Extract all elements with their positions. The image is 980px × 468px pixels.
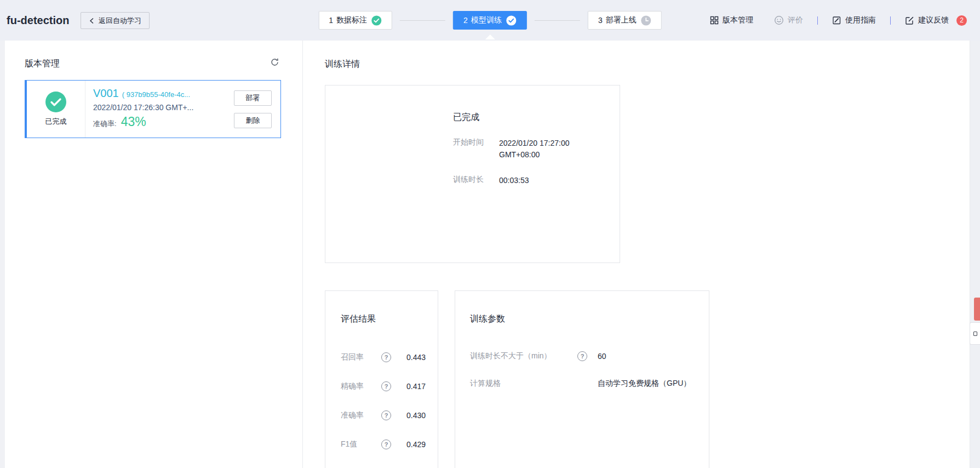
step-number: 3 — [598, 16, 603, 25]
check-circle-icon — [506, 15, 517, 26]
user-guide-link[interactable]: 使用指南 — [832, 15, 876, 25]
training-params-title: 训练参数 — [470, 313, 505, 325]
step-label: 模型训练 — [471, 15, 502, 25]
step-label: 部署上线 — [606, 15, 637, 25]
feedback-side-tab[interactable] — [974, 298, 980, 321]
deploy-button[interactable]: 部署 — [234, 90, 272, 106]
training-status: 已完成 — [453, 112, 569, 123]
success-check-icon — [45, 92, 66, 112]
metric-label: 召回率 — [341, 352, 381, 362]
metric-value: 0.443 — [406, 353, 426, 362]
start-time-value: 2022/01/20 17:27:00 GMT+08:00 — [499, 138, 569, 161]
feedback-count-badge: 2 — [956, 15, 967, 26]
feedback-link[interactable]: 建议反馈 2 — [905, 15, 967, 26]
chevron-left-icon — [89, 18, 95, 24]
step-deploy[interactable]: 3 部署上线 — [588, 11, 662, 30]
step-number: 1 — [329, 16, 333, 25]
rate-link[interactable]: 评价 — [774, 15, 803, 25]
metric-label: 准确率 — [341, 410, 381, 420]
metric-label: F1值 — [341, 440, 381, 449]
param-label: 训练时长不大于（min） — [470, 351, 577, 361]
feedback-label: 建议反馈 — [918, 15, 949, 25]
refresh-button[interactable] — [268, 56, 280, 68]
metric-row-f1: F1值 ? 0.429 — [341, 430, 432, 459]
training-detail-title: 训练详情 — [325, 59, 360, 70]
step-wizard: 1 数据标注 2 模型训练 3 部署上线 — [318, 11, 661, 30]
metric-row-recall: 召回率 ? 0.443 — [341, 343, 432, 372]
version-card[interactable]: 已完成 V001 ( 937b9b55-40fe-4c... 2022/01/2… — [25, 80, 281, 138]
clock-icon — [641, 15, 651, 26]
version-created-time: 2022/01/20 17:26:30 GMT+... — [93, 103, 233, 112]
metric-label: 精确率 — [341, 381, 381, 391]
param-row-compute-spec: 计算规格 自动学习免费规格（GPU） — [470, 370, 703, 397]
step-connector — [535, 20, 580, 21]
version-id: V001 — [93, 87, 119, 100]
training-status-card: 已完成 开始时间 2022/01/20 17:27:00 GMT+08:00 训… — [325, 85, 620, 263]
screen: fu-detection 返回自动学习 1 数据标注 2 模型训练 — [0, 0, 980, 468]
step-connector — [400, 20, 445, 21]
guide-doc-icon — [832, 16, 841, 25]
version-panel-title: 版本管理 — [25, 58, 60, 70]
help-icon[interactable]: ? — [381, 352, 391, 362]
param-value: 自动学习免费规格（GPU） — [598, 379, 691, 389]
support-side-tab[interactable] — [970, 322, 980, 345]
feedback-compose-icon — [905, 16, 914, 25]
param-label: 计算规格 — [470, 379, 577, 389]
separator — [817, 16, 818, 25]
version-actions: 部署 删除 — [233, 81, 280, 138]
metric-value: 0.430 — [406, 411, 426, 420]
help-icon[interactable]: ? — [577, 351, 587, 361]
help-icon[interactable]: ? — [381, 440, 391, 449]
separator — [890, 16, 891, 25]
version-uuid: ( 937b9b55-40fe-4c... — [122, 90, 190, 99]
step-label: 数据标注 — [336, 15, 367, 25]
accuracy-label: 准确率: — [93, 119, 117, 129]
training-params-card: 训练参数 训练时长不大于（min） ? 60 计算规格 自动学习免费规格（GPU… — [455, 290, 709, 468]
step-number: 2 — [463, 16, 468, 25]
back-button-label: 返回自动学习 — [99, 16, 141, 26]
version-status-label: 已完成 — [45, 117, 67, 127]
metric-value: 0.429 — [406, 440, 426, 449]
start-time-label: 开始时间 — [453, 138, 491, 161]
duration-label: 训练时长 — [453, 175, 491, 186]
help-icon[interactable]: ? — [381, 381, 391, 391]
delete-button[interactable]: 删除 — [234, 113, 272, 128]
param-row-max-duration: 训练时长不大于（min） ? 60 — [470, 343, 703, 370]
version-info: V001 ( 937b9b55-40fe-4c... 2022/01/20 17… — [85, 81, 233, 138]
evaluation-title: 评估结果 — [341, 313, 376, 325]
left-gutter — [0, 41, 5, 468]
project-title: fu-detection — [7, 0, 69, 41]
metric-row-precision: 精确率 ? 0.417 — [341, 372, 432, 401]
training-detail-area: 训练详情 已完成 开始时间 2022/01/20 17:27:00 GMT+08… — [303, 41, 970, 468]
check-circle-icon — [371, 15, 382, 26]
back-button[interactable]: 返回自动学习 — [81, 12, 150, 29]
version-management-link[interactable]: 版本管理 — [710, 15, 753, 25]
version-status-block: 已完成 — [27, 81, 85, 138]
evaluation-card: 评估结果 召回率 ? 0.443 精确率 ? 0.417 准确率 ? 0.430 — [325, 290, 438, 468]
metric-row-accuracy: 准确率 ? 0.430 — [341, 401, 432, 430]
smiley-icon — [774, 15, 784, 25]
user-guide-label: 使用指南 — [845, 15, 876, 25]
grid-icon — [710, 16, 719, 25]
version-panel: 版本管理 已完成 V001 ( 937b9b55-40fe-4c... 2022… — [5, 41, 303, 468]
top-header: fu-detection 返回自动学习 1 数据标注 2 模型训练 — [0, 0, 980, 41]
metric-value: 0.417 — [406, 382, 426, 391]
step-model-training[interactable]: 2 模型训练 — [453, 11, 527, 30]
help-icon[interactable]: ? — [381, 410, 391, 420]
header-actions: 版本管理 评价 使用指南 建议反馈 2 — [710, 0, 967, 41]
rate-label: 评价 — [788, 15, 803, 25]
duration-value: 00:03:53 — [499, 175, 529, 186]
step-data-labeling[interactable]: 1 数据标注 — [318, 11, 392, 30]
version-management-label: 版本管理 — [723, 15, 753, 25]
accuracy-value: 43% — [121, 115, 146, 129]
param-value: 60 — [598, 352, 606, 361]
support-tab-icon — [973, 332, 977, 336]
scrollbar-gutter[interactable] — [970, 41, 980, 468]
